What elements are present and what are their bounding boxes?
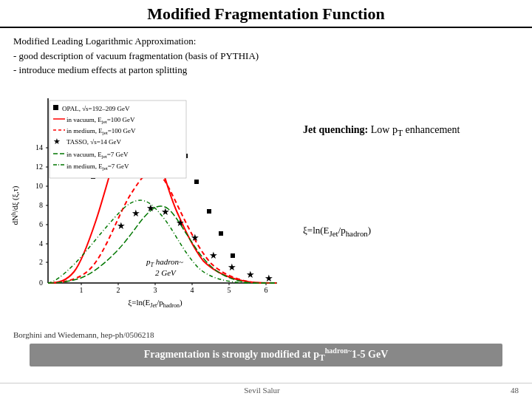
svg-text:14: 14 xyxy=(35,143,43,151)
svg-text:6: 6 xyxy=(265,286,268,294)
svg-rect-43 xyxy=(231,253,235,258)
svg-text:ξ=ln(EJet/phadron): ξ=ln(EJet/phadron) xyxy=(128,298,183,309)
footer-center: Sevil Salur xyxy=(244,386,280,395)
jet-quenching-text: Jet quenching: xyxy=(303,124,368,135)
svg-text:★: ★ xyxy=(191,232,200,243)
svg-text:★: ★ xyxy=(161,206,170,217)
main-content: dNh/dξ (ξ,τ) 0 2 4 6 8 10 12 14 1 2 xyxy=(0,83,532,327)
svg-text:2: 2 xyxy=(39,258,43,266)
svg-text:★: ★ xyxy=(228,262,236,273)
svg-text:5: 5 xyxy=(228,286,231,294)
svg-rect-42 xyxy=(219,231,223,236)
desc-line3: - introduce medium effects at parton spl… xyxy=(13,63,519,78)
svg-text:1: 1 xyxy=(80,286,83,294)
svg-text:12: 12 xyxy=(35,163,43,171)
citation-text: Borghini and Wiedemann, hep-ph/0506218 xyxy=(13,330,154,339)
svg-rect-41 xyxy=(207,209,211,214)
highlight-box: Fragmentation is strongly modified at pT… xyxy=(30,344,502,366)
footer: Sevil Salur 48 xyxy=(0,383,532,396)
svg-text:★: ★ xyxy=(53,137,61,146)
chart-area: dNh/dξ (ξ,τ) 0 2 4 6 8 10 12 14 1 2 xyxy=(7,83,296,327)
desc-line1: Modified Leading Logarithmic Approximati… xyxy=(13,34,519,49)
svg-rect-57 xyxy=(53,105,58,110)
chart-svg: dNh/dξ (ξ,τ) 0 2 4 6 8 10 12 14 1 2 xyxy=(7,83,296,327)
svg-text:4: 4 xyxy=(191,286,194,294)
jet-quenching-label: Jet quenching: Low pT enhancement xyxy=(303,124,525,138)
svg-text:★: ★ xyxy=(146,202,155,214)
description-block: Modified Leading Logarithmic Approximati… xyxy=(0,28,532,81)
desc-line2: - good description of vacuum fragmentati… xyxy=(13,49,519,64)
svg-text:8: 8 xyxy=(39,201,43,209)
svg-text:3: 3 xyxy=(154,286,157,294)
svg-text:2: 2 xyxy=(117,286,120,294)
svg-text:dNh/dξ (ξ,τ): dNh/dξ (ξ,τ) xyxy=(10,185,20,225)
highlight-sup: hadron~ xyxy=(325,347,352,355)
svg-text:pT hadron~: pT hadron~ xyxy=(146,257,183,268)
highlight-text: Fragmentation is strongly modified at pT… xyxy=(144,349,389,360)
page-title: Modified Fragmentation Function xyxy=(7,4,525,24)
xi-formula-label: ξ=ln(EJet/phadron) xyxy=(303,225,525,238)
svg-text:0: 0 xyxy=(39,279,43,287)
highlight-end: 1-5 GeV xyxy=(352,349,388,360)
svg-text:★: ★ xyxy=(132,208,140,219)
svg-text:★: ★ xyxy=(176,217,185,228)
svg-text:★: ★ xyxy=(265,273,273,284)
svg-text:★: ★ xyxy=(209,250,218,261)
citation-block: Borghini and Wiedemann, hep-ph/0506218 xyxy=(0,327,532,341)
svg-rect-38 xyxy=(194,180,199,184)
svg-text:★: ★ xyxy=(246,269,255,280)
svg-text:10: 10 xyxy=(35,182,43,190)
svg-text:4: 4 xyxy=(39,239,43,248)
footer-right: 48 xyxy=(511,386,519,395)
svg-text:OPAL, √s=192–209 GeV: OPAL, √s=192–209 GeV xyxy=(62,105,130,112)
title-bar: Modified Fragmentation Function xyxy=(0,0,532,28)
jet-quenching-detail: Low pT enhancement xyxy=(371,124,460,135)
annotations-area: Jet quenching: Low pT enhancement ξ=ln(E… xyxy=(296,83,525,327)
svg-text:★: ★ xyxy=(117,220,126,231)
svg-text:6: 6 xyxy=(39,220,43,228)
svg-text:2 GeV: 2 GeV xyxy=(155,268,177,277)
svg-text:TASSO, √s=14 GeV: TASSO, √s=14 GeV xyxy=(66,138,122,146)
